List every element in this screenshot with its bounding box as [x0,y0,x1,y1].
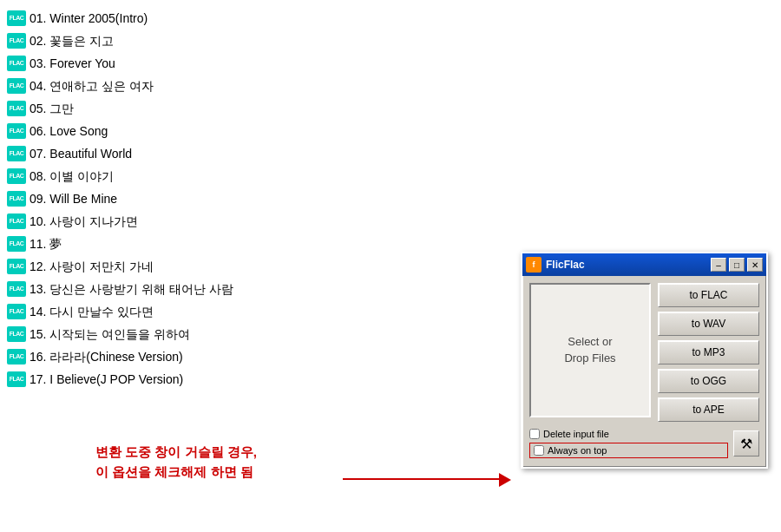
app-icon: f [526,257,541,273]
track-label: 13. 당신은 사랑받기 위해 태어난 사람 [30,278,233,300]
convert-buttons: to FLACto WAVto MP3to OGGto APE [658,283,759,422]
window-controls: – □ ✕ [711,258,763,272]
window-body: Select orDrop Files to FLACto WAVto MP3t… [522,276,766,467]
annotation-line2: 이 옵션을 체크해제 하면 됨 [95,463,257,483]
track-item: FLAC06. Love Song [7,120,441,142]
track-label: 02. 꽃들은 지고 [30,30,114,52]
settings-icon: ⚒ [740,436,752,452]
track-list: FLAC01. Winter 2005(Intro)FLAC02. 꽃들은 지고… [7,7,441,391]
track-label: 08. 이별 이야기 [30,165,114,187]
track-type-icon: FLAC [7,326,26,342]
minimize-button[interactable]: – [711,258,726,272]
track-label: 17. I Believe(J POP Version) [30,368,183,391]
track-item: FLAC12. 사랑이 저만치 가네 [7,255,441,278]
track-type-icon: FLAC [7,168,26,184]
track-item: FLAC17. I Believe(J POP Version) [7,368,441,391]
track-item: FLAC05. 그만 [7,97,441,120]
delete-input-option[interactable]: Delete input file [529,429,728,439]
flicflac-window: f FlicFlac – □ ✕ Select orDrop Files to … [521,252,768,469]
always-on-top-label: Always on top [548,445,607,456]
track-type-icon: FLAC [7,56,26,71]
track-label: 03. Forever You [30,52,115,75]
convert-button-toflac[interactable]: to FLAC [658,283,759,307]
track-item: FLAC02. 꽃들은 지고 [7,30,441,52]
track-item: FLAC16. 라라라(Chinese Version) [7,345,441,368]
track-label: 14. 다시 만날수 있다면 [30,300,154,323]
convert-button-toogg[interactable]: to OGG [658,369,759,393]
track-type-icon: FLAC [7,33,26,49]
track-item: FLAC10. 사랑이 지나가면 [7,210,441,233]
settings-button[interactable]: ⚒ [733,430,759,456]
annotation: 변환 도중 창이 거슬릴 경우, 이 옵션을 체크해제 하면 됨 [95,443,257,482]
track-label: 05. 그만 [30,97,74,120]
track-type-icon: FLAC [7,191,26,207]
track-item: FLAC07. Beautiful World [7,142,441,165]
track-item: FLAC03. Forever You [7,52,441,75]
track-label: 15. 시작되는 여인들을 위하여 [30,323,190,345]
track-item: FLAC09. Will Be Mine [7,187,441,210]
delete-input-checkbox[interactable] [529,429,540,439]
track-label: 12. 사랑이 저만치 가네 [30,255,154,278]
track-type-icon: FLAC [7,281,26,297]
drop-area[interactable]: Select orDrop Files [529,283,651,417]
track-label: 10. 사랑이 지나가면 [30,210,138,233]
restore-button[interactable]: □ [729,258,745,272]
delete-input-label: Delete input file [543,429,609,439]
track-type-icon: FLAC [7,101,26,116]
track-type-icon: FLAC [7,10,26,26]
track-item: FLAC01. Winter 2005(Intro) [7,7,441,30]
always-on-top-checkbox[interactable] [534,445,544,456]
track-type-icon: FLAC [7,236,26,252]
track-label: 06. Love Song [30,120,108,142]
annotation-arrow [343,470,516,488]
track-label: 01. Winter 2005(Intro) [30,7,148,30]
bottom-row: Delete input file Always on top ⚒ [529,427,759,460]
track-type-icon: FLAC [7,213,26,229]
checkbox-options: Delete input file Always on top [529,429,728,458]
track-item: FLAC14. 다시 만날수 있다면 [7,300,441,323]
track-type-icon: FLAC [7,146,26,161]
track-label: 16. 라라라(Chinese Version) [30,345,183,368]
titlebar: f FlicFlac – □ ✕ [522,253,766,276]
always-on-top-option[interactable]: Always on top [529,443,728,458]
track-item: FLAC04. 연애하고 싶은 여자 [7,75,441,97]
track-type-icon: FLAC [7,259,26,274]
track-type-icon: FLAC [7,304,26,319]
convert-button-tomp3[interactable]: to MP3 [658,340,759,365]
track-item: FLAC11. 夢 [7,233,441,255]
track-item: FLAC15. 시작되는 여인들을 위하여 [7,323,441,345]
track-type-icon: FLAC [7,123,26,139]
annotation-line1: 변환 도중 창이 거슬릴 경우, [95,443,257,463]
window-title: FlicFlac [546,259,711,271]
track-label: 11. 夢 [30,233,62,255]
track-label: 09. Will Be Mine [30,187,117,210]
track-type-icon: FLAC [7,78,26,94]
close-button[interactable]: ✕ [747,258,763,272]
track-label: 07. Beautiful World [30,142,132,165]
track-type-icon: FLAC [7,349,26,365]
track-label: 04. 연애하고 싶은 여자 [30,75,154,97]
track-item: FLAC08. 이별 이야기 [7,165,441,187]
convert-button-towav[interactable]: to WAV [658,312,759,336]
drop-area-text: Select orDrop Files [564,334,615,365]
track-item: FLAC13. 당신은 사랑받기 위해 태어난 사람 [7,278,441,300]
track-type-icon: FLAC [7,371,26,387]
convert-button-toape[interactable]: to APE [658,397,759,422]
content-row: Select orDrop Files to FLACto WAVto MP3t… [529,283,759,422]
